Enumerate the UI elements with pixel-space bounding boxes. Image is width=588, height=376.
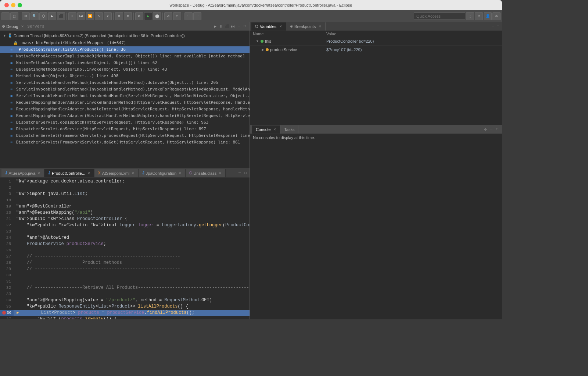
toolbar-btn-5[interactable]: ⬡: [39, 12, 47, 20]
toolbar-perspective-1[interactable]: ⬚: [466, 12, 474, 20]
breakpoint-dot[interactable]: [2, 311, 6, 315]
stack-frame-active[interactable]: ≡ ProductController.listAllProducts() li…: [0, 46, 250, 53]
debug-panel-max[interactable]: □: [242, 24, 247, 29]
debug-panel-resume[interactable]: ▶: [213, 24, 218, 29]
toolbar-btn-2[interactable]: ⬚: [10, 12, 18, 20]
stack-frame-item[interactable]: ≡RequestMappingHandlerAdapter.handleInte…: [0, 106, 250, 113]
line-content: "kw">import java.util.List;: [13, 191, 250, 197]
toolbar-perspective-3[interactable]: 👤: [484, 12, 492, 20]
stack-frame-item[interactable]: ≡RequestMappingHandlerAdapter(AbstractHa…: [0, 113, 250, 119]
editor-tab-4[interactable]: CUnsafe.class✕: [186, 169, 226, 177]
line-number: 36: [0, 310, 14, 316]
toolbar-btn-13[interactable]: ≡: [115, 12, 123, 20]
toolbar-btn-7[interactable]: ⬛: [57, 12, 65, 20]
console-tab-console[interactable]: Console✕: [252, 125, 280, 134]
stack-frame-item[interactable]: ≡ServletInvocableHandlerMethod.invokeAnd…: [0, 93, 250, 99]
stack-frame-item[interactable]: ≡NativeMethodAccessorImpl.invoke(Object,…: [0, 60, 250, 66]
stack-frame-item[interactable]: ≡Method.invoke(Object, Object...) line: …: [0, 73, 250, 79]
toolbar-btn-9[interactable]: ⏭: [77, 12, 85, 20]
console-max-btn[interactable]: □: [495, 127, 500, 132]
code-line-20: 35 "kw">public ResponseEntity<List<Produ…: [0, 304, 250, 310]
vars-row-1[interactable]: ▶ productService $Proxy107 (id=229): [250, 46, 502, 54]
vars-row-0[interactable]: ▼ this ProductController (id=220): [250, 37, 502, 46]
vars-tab-close-0[interactable]: ✕: [279, 25, 282, 28]
stack-frame-item[interactable]: ≡DispatcherServlet.doService(HttpServlet…: [0, 126, 250, 132]
toolbar-btn-15[interactable]: ⚙: [135, 12, 143, 20]
expand-icon: ▼: [3, 32, 6, 39]
tab-close-0[interactable]: ✕: [37, 171, 40, 175]
tab-icon-2: X: [98, 171, 101, 175]
code-line-4: 19 "ann">@RestController: [0, 203, 250, 210]
editor-max-btn[interactable]: □: [243, 171, 248, 176]
vars-tab-variables[interactable]: ⬡Variables✕: [251, 22, 286, 31]
minimize-button[interactable]: [11, 3, 15, 7]
editor-tab-2[interactable]: XAtSea/pom.xml✕: [94, 169, 139, 177]
toolbar-perspective-2[interactable]: ⊡: [475, 12, 483, 20]
gear-icon: ⚙: [2, 24, 5, 29]
editor-tab-0[interactable]: JAtSeaApp.java✕: [1, 169, 44, 177]
vars-min-btn[interactable]: ─: [490, 24, 495, 29]
run-btn[interactable]: ▶: [144, 12, 152, 20]
toolbar-btn-6[interactable]: ▶: [48, 12, 56, 20]
toolbar-btn-3[interactable]: ⊡: [22, 12, 30, 20]
toolbar-btn-19[interactable]: ⊞: [173, 12, 181, 20]
expand-icon-1[interactable]: ▶: [262, 46, 264, 53]
console-min-btn[interactable]: ─: [489, 127, 494, 132]
vars-max-btn[interactable]: □: [495, 24, 501, 29]
tab-close-3[interactable]: ✕: [179, 171, 182, 175]
console-clear-btn[interactable]: ⊘: [483, 127, 488, 132]
debug-panel-disconnect[interactable]: ⏭: [230, 24, 236, 29]
console-tab-close-0[interactable]: ✕: [273, 128, 276, 131]
line-number: 1: [0, 178, 13, 185]
stack-frame-item[interactable]: ≡DelegatingMethodAccessorImpl.invoke(Obj…: [0, 66, 250, 73]
debug-panel-suspend[interactable]: ⏸: [219, 24, 224, 29]
tab-close-1[interactable]: ✕: [87, 171, 90, 175]
line-content: "kw">public "kw">static "kw">final Logge…: [13, 222, 250, 228]
editor-tab-3[interactable]: JJpaConfiguration✕: [139, 169, 186, 177]
stack-frame-item[interactable]: ≡DispatcherServlet(FrameworkServlet).doG…: [0, 139, 250, 146]
editor-tab-1[interactable]: JProductControlle...✕: [44, 169, 94, 177]
toolbar-btn-17[interactable]: ⬤: [153, 12, 161, 20]
debug-panel-close-icon[interactable]: ✕: [21, 24, 24, 29]
editor-tab-bar: JAtSeaApp.java✕JProductControlle...✕XAtS…: [0, 169, 250, 178]
debug-panel-stop[interactable]: ⬛: [225, 24, 230, 29]
toolbar-btn-20[interactable]: ←: [184, 12, 193, 20]
toolbar-btn-10[interactable]: ⏩: [86, 12, 94, 20]
toolbar-btn-4[interactable]: 🔍: [31, 12, 39, 20]
line-number: 32: [0, 285, 13, 291]
toolbar-perspective-4[interactable]: ⊕: [492, 12, 501, 20]
vars-tab-close-1[interactable]: ✕: [319, 25, 322, 28]
tab-close-4[interactable]: ✕: [219, 171, 222, 175]
toolbar-btn-8[interactable]: ⏸: [68, 12, 76, 20]
tab-label-0: AtSeaApp.java: [9, 171, 36, 175]
vars-tab-breakpoints[interactable]: ⊗Breakpoints✕: [286, 22, 326, 31]
maximize-button[interactable]: [18, 3, 22, 7]
console-message: No consoles to display at this time.: [253, 135, 315, 140]
stack-frame-item[interactable]: ≡RequestMappingHandlerAdapter.invokeHand…: [0, 99, 250, 106]
tab-close-2[interactable]: ✕: [132, 171, 135, 175]
stack-frame-item[interactable]: ≡DispatcherServlet.doDispatch(HttpServle…: [0, 119, 250, 126]
toolbar-btn-14[interactable]: ⊕: [124, 12, 132, 20]
line-number: 31: [0, 279, 13, 285]
expand-icon-0[interactable]: ▼: [256, 38, 259, 45]
close-button[interactable]: [4, 3, 9, 7]
stack-frame-item[interactable]: ≡NativeMethodAccessorImpl.invoke0(Method…: [0, 53, 250, 60]
stack-frame-item[interactable]: ≡DispatcherServlet(FrameworkServlet).pro…: [0, 132, 250, 139]
toolbar-btn-21[interactable]: →: [193, 12, 201, 20]
toolbar-btn-12[interactable]: ↶: [104, 12, 112, 20]
quick-access-input[interactable]: [414, 13, 465, 20]
thread-icon: 🧵: [8, 32, 12, 39]
editor-min-btn[interactable]: ─: [237, 171, 242, 176]
code-line-14: 29 // ----------------------------------…: [0, 266, 250, 272]
toolbar-btn-1[interactable]: ☰: [1, 12, 10, 20]
stack-frame-item[interactable]: ≡ServletInvocableHandlerMethod(Invocable…: [0, 86, 250, 93]
toolbar-btn-11[interactable]: ↷: [95, 12, 103, 20]
debug-panel-min[interactable]: ─: [236, 24, 241, 29]
stack-frame-icon: ≡: [10, 133, 15, 139]
stack-frame-owns[interactable]: 🔒 owns: NioEndpoint$NioSocketWrapper (id…: [0, 40, 250, 46]
line-number: 2: [0, 185, 13, 191]
toolbar-btn-18[interactable]: ↺: [164, 12, 172, 20]
stack-frame-item[interactable]: ≡ServletInvocableHandlerMethod(Invocable…: [0, 79, 250, 86]
debug-thread-item[interactable]: ▼ 🧵 Daemon Thread [http-nio-8080-exec-2]…: [0, 32, 250, 40]
console-tab-tasks[interactable]: Tasks: [280, 125, 298, 134]
